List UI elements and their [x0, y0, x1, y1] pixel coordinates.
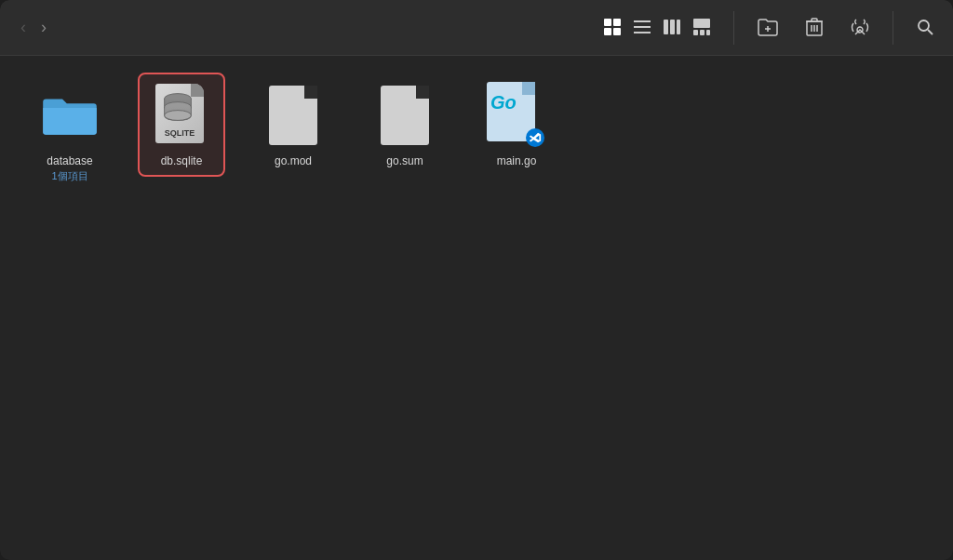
- airdrop-button[interactable]: [846, 15, 874, 39]
- svg-rect-5: [634, 26, 651, 28]
- svg-point-26: [165, 111, 192, 121]
- generic-file-icon: [263, 82, 323, 149]
- file-subtitle: 1個項目: [51, 169, 87, 183]
- finder-window: ‹ ›: [0, 0, 953, 560]
- svg-rect-2: [604, 28, 611, 35]
- svg-line-23: [928, 30, 933, 34]
- svg-rect-6: [634, 32, 651, 33]
- svg-rect-8: [670, 20, 675, 34]
- new-folder-button[interactable]: [753, 15, 783, 39]
- file-name: db.sqlite: [161, 154, 203, 167]
- file-item[interactable]: database 1個項目: [28, 74, 112, 191]
- icon-view-button[interactable]: [599, 16, 625, 38]
- forward-button[interactable]: ›: [35, 16, 52, 39]
- svg-rect-11: [693, 30, 698, 35]
- search-action: [912, 16, 938, 40]
- toolbar-actions: [599, 11, 938, 45]
- folder-icon: [40, 82, 100, 149]
- svg-point-22: [919, 20, 929, 31]
- new-folder-action: [753, 15, 783, 41]
- svg-rect-13: [706, 30, 710, 35]
- gallery-view-button[interactable]: [689, 16, 715, 38]
- go-file-icon: Go: [487, 82, 546, 149]
- svg-rect-9: [677, 20, 680, 34]
- file-browser-content: database 1個項目: [0, 56, 953, 560]
- file-item[interactable]: SQLITE db.sqlite: [140, 74, 223, 175]
- svg-rect-1: [613, 19, 621, 26]
- file-name: main.go: [497, 154, 537, 167]
- sqlite-file-icon: SQLITE: [152, 82, 211, 149]
- generic-file-icon: [375, 82, 435, 149]
- search-button[interactable]: [912, 16, 938, 38]
- vscode-badge: [526, 128, 544, 147]
- column-view-button[interactable]: [659, 16, 685, 38]
- delete-action: [801, 15, 827, 41]
- file-name: go.sum: [386, 154, 423, 167]
- nav-buttons: ‹ ›: [15, 16, 52, 39]
- view-icons-row: [599, 16, 715, 38]
- file-name: go.mod: [275, 154, 312, 167]
- file-item[interactable]: go.mod: [251, 74, 335, 175]
- airdrop-action: [846, 15, 874, 41]
- separator-2: [893, 11, 893, 45]
- svg-rect-0: [604, 19, 611, 26]
- svg-rect-12: [700, 30, 705, 35]
- separator-1: [733, 11, 734, 45]
- file-name: database: [47, 154, 92, 167]
- svg-rect-4: [634, 20, 651, 22]
- file-item[interactable]: Go main.go: [475, 74, 558, 175]
- delete-button[interactable]: [801, 15, 827, 39]
- toolbar: ‹ ›: [0, 0, 953, 56]
- svg-rect-3: [613, 28, 621, 35]
- svg-rect-10: [693, 19, 710, 28]
- file-item[interactable]: go.sum: [363, 74, 447, 175]
- back-button[interactable]: ‹: [15, 16, 32, 39]
- list-view-button[interactable]: [629, 16, 655, 38]
- file-grid: database 1個項目: [28, 74, 925, 191]
- svg-rect-7: [664, 20, 668, 34]
- view-mode-group: [599, 16, 715, 40]
